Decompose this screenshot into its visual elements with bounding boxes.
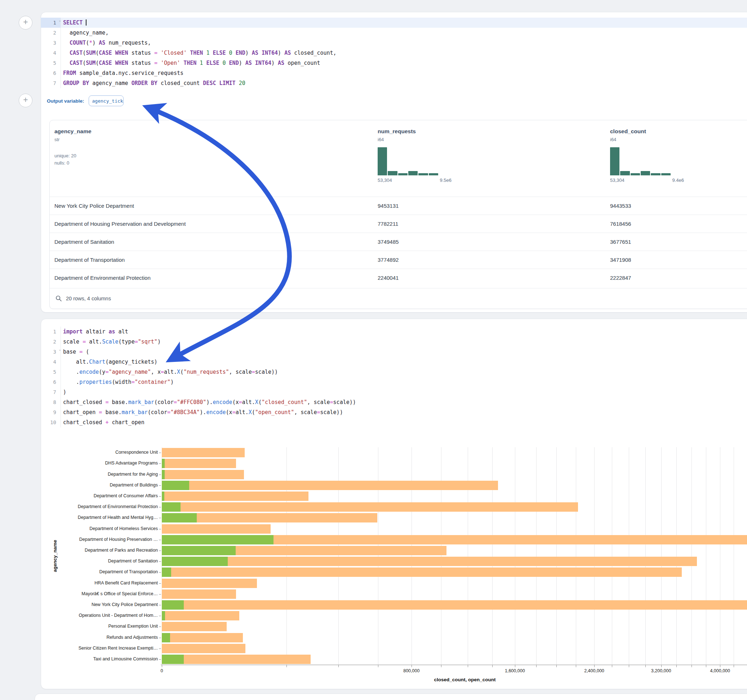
bar-open-count — [162, 611, 165, 620]
y-axis-tick — [159, 605, 161, 605]
table-cell: 9443533 — [610, 197, 631, 215]
column-histogram — [610, 147, 671, 175]
code-line: 8chart_closed = base.mark_bar(color="#FF… — [41, 397, 747, 407]
y-axis-tick — [159, 496, 161, 496]
chart-gridline — [468, 447, 468, 665]
bar-closed-count — [162, 600, 747, 609]
chart-gridline — [629, 447, 629, 665]
x-axis-tick — [515, 665, 515, 667]
add-cell-button-below-sql[interactable]: + — [19, 94, 32, 107]
sql-editor[interactable]: 1⌄SELECT 2 agency_name,3 COUNT(*) AS num… — [41, 18, 747, 88]
dataframe-preview: agency_namestrunique: 20nulls: 0num_requ… — [49, 120, 747, 309]
bar-closed-count — [162, 459, 236, 468]
code-text: CAST(SUM(CASE WHEN status = 'Open' THEN … — [61, 58, 747, 68]
chart-gridline — [576, 447, 576, 665]
bar-open-count — [162, 535, 274, 545]
bar-closed-count — [162, 644, 245, 653]
histogram-bar — [408, 171, 417, 175]
chart-gridline — [676, 447, 677, 665]
bar-closed-count — [162, 611, 239, 620]
code-text: scale = alt.Scale(type="sqrt") — [61, 337, 747, 347]
line-number: 2 — [41, 337, 61, 347]
code-text: COUNT(*) AS num_requests, — [61, 38, 747, 48]
line-number: 4 — [41, 48, 61, 58]
bar-open-count — [162, 567, 171, 577]
y-axis-category-label: Personal Exemption Unit — [43, 624, 158, 629]
bar-open-count — [162, 600, 184, 609]
chart-gridline — [691, 447, 692, 665]
histogram-bar — [418, 173, 428, 175]
code-line: 9chart_open = base.mark_bar(color="#8BC3… — [41, 407, 747, 417]
table-row[interactable]: Department of Sanitation37494853677651 — [50, 232, 747, 251]
table-cell: 2240041 — [378, 269, 399, 287]
python-editor[interactable]: 1import altair as alt2scale = alt.Scale(… — [41, 327, 747, 427]
x-axis-tick — [646, 665, 646, 667]
y-axis-tick — [159, 594, 161, 594]
code-line: 1⌄SELECT — [41, 18, 747, 28]
y-axis-tick — [159, 518, 161, 518]
table-row[interactable]: Department of Environmental Protection22… — [50, 269, 747, 287]
column-header-agency_name[interactable]: agency_namestrunique: 20nulls: 0 — [54, 128, 92, 167]
bar-open-count — [162, 546, 236, 555]
chart-gridline — [515, 447, 515, 665]
chart-gridline — [646, 447, 646, 665]
line-number: 3⌄ — [41, 347, 61, 357]
y-axis-category-label: DHS Advantage Programs — [43, 460, 158, 466]
bar-open-count — [162, 633, 170, 643]
x-axis-tick — [411, 665, 412, 667]
column-header-num_requests[interactable]: num_requestsi6453,3049.5e6 — [378, 128, 452, 183]
y-axis-title: agency_name — [52, 540, 57, 572]
column-type: str — [54, 137, 92, 142]
code-text: alt.Chart(agency_tickets) — [61, 357, 747, 367]
code-line: 2 agency_name, — [41, 28, 747, 38]
code-text: ) — [61, 387, 747, 397]
y-axis-category-label: Mayorâ€ s Office of Special Enforce… — [43, 591, 158, 596]
histogram-bar — [610, 147, 620, 175]
x-axis-line — [161, 665, 747, 665]
collapse-caret-icon[interactable]: ⌄ — [59, 348, 61, 351]
y-axis-category-label: Department of Homeless Services — [43, 526, 158, 531]
chart-gridline — [378, 447, 378, 665]
x-axis-tick-label: 800,000 — [390, 668, 433, 673]
bar-open-count — [162, 502, 180, 512]
bar-closed-count — [162, 655, 311, 664]
histogram-bar — [429, 173, 438, 175]
table-cell: Department of Environmental Protection — [54, 269, 151, 287]
y-axis-tick — [159, 507, 161, 507]
table-row[interactable]: New York City Police Department945313194… — [50, 197, 747, 215]
bar-closed-count — [162, 481, 498, 490]
bar-closed-count — [162, 579, 257, 588]
histogram-bar — [641, 171, 650, 175]
table-row[interactable]: Department of Housing Preservation and D… — [50, 214, 747, 233]
table-cell: 7618456 — [610, 215, 631, 233]
y-axis-category-label: Department of Transportation — [43, 569, 158, 574]
bar-closed-count — [162, 524, 271, 534]
column-header-closed_count[interactable]: closed_counti6453,3049.4e6 — [610, 128, 684, 183]
chart-gridline — [536, 447, 537, 665]
collapse-caret-icon[interactable]: ⌄ — [59, 19, 61, 22]
chart-gridline — [594, 447, 594, 665]
table-cell: 7782211 — [378, 215, 398, 233]
code-line: 5 .encode(y="agency_name", x=alt.X("num_… — [41, 367, 747, 377]
x-axis-tick — [612, 665, 612, 667]
x-axis-tick — [576, 665, 576, 667]
table-row[interactable]: Department of Transportation377489234719… — [50, 250, 747, 269]
x-axis-tick-label: 3,200,000 — [640, 668, 683, 673]
text-cursor — [86, 20, 86, 26]
table-cell: 3749485 — [378, 233, 399, 251]
y-axis-tick — [159, 551, 161, 551]
chart-gridline — [556, 447, 557, 665]
search-icon[interactable] — [56, 295, 62, 302]
add-cell-button-top[interactable]: + — [19, 16, 32, 30]
x-axis-tick — [691, 665, 692, 667]
y-axis-category-label: Department of Buildings — [43, 483, 158, 487]
output-variable-chip[interactable]: agency_tickets — [89, 95, 124, 106]
y-axis-tick — [159, 529, 161, 530]
code-line: 7) — [41, 387, 747, 397]
bar-closed-count — [162, 633, 243, 643]
code-text: GROUP BY agency_name ORDER BY closed_cou… — [61, 78, 747, 88]
table-footer: 20 rows, 4 columns — [50, 288, 747, 309]
y-axis-tick — [159, 453, 161, 453]
code-line: 5 CAST(SUM(CASE WHEN status = 'Open' THE… — [41, 58, 747, 68]
y-axis-category-label: Department of Environmental Protection — [43, 504, 158, 509]
